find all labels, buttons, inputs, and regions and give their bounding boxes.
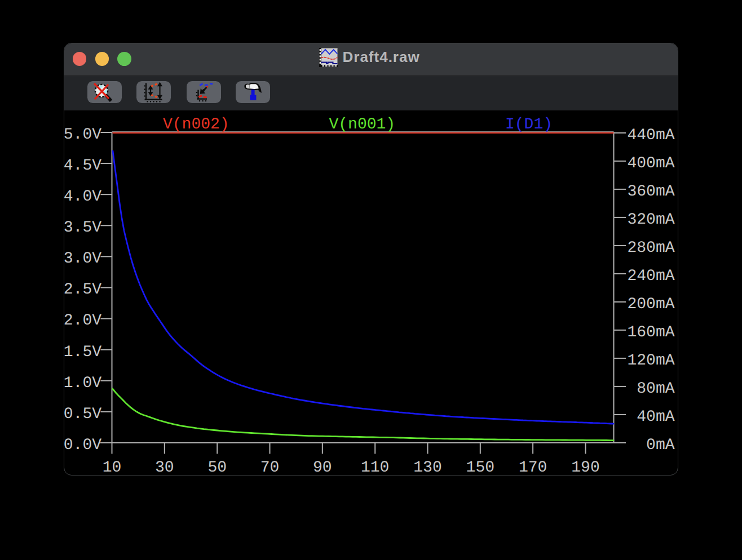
svg-text:120mA: 120mA — [627, 352, 674, 370]
svg-text:I(D1): I(D1) — [505, 116, 553, 134]
svg-text:4.5V: 4.5V — [64, 157, 101, 175]
svg-text:200mA: 200mA — [627, 296, 674, 313]
svg-text:40mA: 40mA — [637, 408, 674, 426]
svg-text:1.5V: 1.5V — [64, 344, 101, 361]
svg-text:2.5V: 2.5V — [64, 281, 101, 299]
svg-text:190: 190 — [571, 459, 599, 477]
svg-text:400mA: 400mA — [627, 155, 674, 172]
svg-text:320mA: 320mA — [627, 211, 674, 229]
svg-text:5.0V: 5.0V — [64, 126, 101, 144]
svg-text:2.0V: 2.0V — [64, 312, 101, 330]
svg-text:280mA: 280mA — [627, 239, 674, 257]
svg-text:130: 130 — [413, 459, 441, 477]
svg-text:50: 50 — [207, 459, 227, 477]
svg-text:110: 110 — [361, 459, 389, 477]
svg-text:160mA: 160mA — [627, 324, 674, 341]
svg-text:0mA: 0mA — [646, 437, 675, 454]
svg-text:170: 170 — [519, 459, 547, 477]
svg-text:30: 30 — [155, 459, 174, 477]
svg-text:80mA: 80mA — [637, 380, 674, 398]
svg-text:0.5V: 0.5V — [64, 406, 101, 423]
svg-text:360mA: 360mA — [627, 183, 674, 201]
svg-text:4.0V: 4.0V — [64, 188, 101, 206]
svg-text:1.0V: 1.0V — [64, 375, 101, 392]
svg-text:70: 70 — [260, 459, 280, 477]
svg-text:10: 10 — [103, 459, 122, 477]
svg-text:3.5V: 3.5V — [64, 219, 101, 237]
svg-text:3.0V: 3.0V — [64, 250, 101, 268]
svg-text:440mA: 440mA — [627, 127, 674, 144]
svg-text:0.0V: 0.0V — [64, 437, 101, 454]
svg-text:240mA: 240mA — [627, 268, 674, 285]
svg-text:V(n001): V(n001) — [329, 116, 396, 134]
svg-text:V(n002): V(n002) — [163, 116, 229, 134]
svg-text:90: 90 — [313, 459, 332, 477]
svg-text:150: 150 — [466, 459, 494, 477]
